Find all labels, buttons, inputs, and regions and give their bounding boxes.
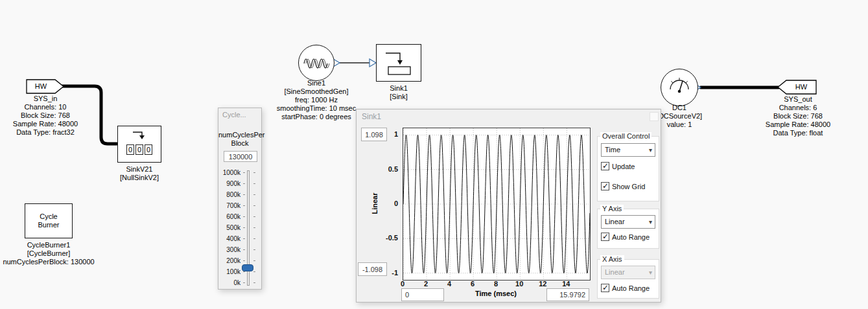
y-axis-title: Linear — [371, 177, 379, 229]
sys-out-caption: SYS_out Channels: 6Block Size: 768Sample… — [759, 95, 837, 137]
x-tick-label: 14 — [562, 280, 570, 288]
slider-tick-mark — [253, 271, 255, 272]
cycle-burner-inner-label: Cycle Burner — [25, 204, 72, 238]
slider-tick-label: 900k — [218, 180, 240, 187]
slider-tick-label: 500k — [218, 224, 240, 231]
x-tick-label: 0 — [401, 280, 405, 288]
slider-tick-mark — [253, 172, 255, 173]
slider-tick-mark — [253, 183, 255, 184]
slider-tick-mark — [243, 238, 245, 239]
slider-tick-label: 300k — [218, 246, 240, 253]
cycle-burner-line2: Burner — [38, 221, 59, 229]
meter-gauge-icon — [666, 74, 693, 101]
caption-line: Block Size: 768 — [6, 111, 84, 120]
x-tick-label: 6 — [471, 280, 475, 288]
slider-tick-mark — [243, 271, 245, 272]
slider-tick-mark — [243, 249, 245, 250]
time-frequency-dropdown[interactable]: Time — [601, 143, 655, 157]
show-grid-checkbox-label: Show Grid — [612, 183, 645, 190]
slider-tick-label: 200k — [218, 257, 240, 264]
sine-wave-icon — [303, 54, 331, 73]
digit-cell: 0 — [145, 144, 152, 155]
block-sine1[interactable] — [298, 45, 334, 81]
sink1-window-title: Sink1 — [357, 109, 661, 124]
caption-line: smoothingTime: 10 msec — [264, 104, 368, 113]
cycle-burner-name: CycleBurner1 — [0, 241, 97, 249]
slider-tick-mark — [243, 205, 245, 206]
block-sink1[interactable] — [376, 44, 421, 82]
show-grid-checkbox[interactable] — [601, 182, 609, 190]
slider-tick-mark — [253, 216, 255, 217]
update-checkbox-row[interactable]: Update — [601, 162, 635, 170]
cycle-burner-info: numCyclesPerBlock: 130000 — [0, 258, 97, 266]
show-grid-checkbox-row[interactable]: Show Grid — [601, 182, 645, 190]
sys-in-name: SYS_in — [6, 95, 84, 103]
sink-arrow-icon — [131, 130, 149, 141]
sine1-name: Sine1 — [264, 79, 368, 87]
sys-out-info: Channels: 6Block Size: 768Sample Rate: 4… — [759, 104, 837, 137]
block-dc1[interactable] — [661, 69, 698, 106]
x-tick-labels: 02468101214 — [403, 280, 589, 288]
slider-tick-mark — [243, 183, 245, 184]
slider-tick-mark — [253, 260, 255, 261]
sink1-window[interactable]: Sink1 1.098 -1.098 Linear 10.50-0.5-1 02… — [356, 109, 661, 303]
digit-cell: 0 — [135, 144, 143, 155]
sink1-caption: Sink1 [Sink] — [360, 84, 438, 101]
overall-control-group-label: Overall Control — [600, 132, 651, 140]
sink-icon — [381, 48, 418, 78]
caption-line: numCyclesPerBlock: 130000 — [0, 258, 97, 266]
slider-tick-mark — [243, 194, 245, 195]
x-axis-scale-dropdown: Linear — [601, 266, 655, 279]
sys-in-info: Channels: 10Block Size: 768Sample Rate: … — [6, 103, 84, 137]
caption-line: freq: 1000 Hz — [264, 96, 368, 104]
x-auto-range-row[interactable]: Auto Range — [601, 284, 650, 292]
caption-line: Sample Rate: 48000 — [759, 120, 837, 129]
caption-line: Block Size: 768 — [759, 112, 837, 120]
null-sink-digits: 000 — [118, 143, 161, 155]
slider-tick-label: 1000k — [218, 169, 240, 176]
sinkv21-name: SinkV21 — [100, 165, 178, 174]
slider-tick-label: 700k — [218, 202, 240, 209]
cycle-burner-line1: Cycle — [40, 212, 58, 221]
sinkv21-caption: SinkV21 [NullSinkV2] — [100, 165, 178, 182]
caption-line: Data Type: fract32 — [6, 128, 84, 137]
block-cycle-burner[interactable]: Cycle Burner — [25, 203, 73, 238]
slider-tick-mark — [253, 205, 255, 206]
y-min-value-box[interactable]: -1.098 — [358, 262, 387, 276]
caption-line: Channels: 10 — [6, 103, 84, 111]
slider-tick-label: 100k — [218, 268, 240, 275]
x-min-value-box[interactable]: 0 — [401, 288, 444, 301]
sys-out-name: SYS_out — [759, 95, 837, 104]
window-close-button[interactable] — [650, 112, 659, 121]
slider-tick-mark — [253, 249, 255, 250]
sys-out-tag-label: HW — [786, 80, 816, 94]
y-max-value-box[interactable]: 1.098 — [361, 128, 387, 141]
x-tick-label: 4 — [447, 280, 451, 288]
cycle-burner-inspector-panel[interactable]: Cycle... numCyclesPer Block 130000 1000k… — [218, 108, 262, 290]
y-tick-label: -0.5 — [386, 234, 398, 242]
sys-in-caption: SYS_in Channels: 10Block Size: 768Sample… — [6, 95, 84, 137]
y-auto-range-row[interactable]: Auto Range — [601, 233, 650, 241]
update-checkbox[interactable] — [601, 162, 609, 170]
inspector-title: Cycle... — [218, 108, 261, 121]
sine1-type: [SineSmoothedGen] — [264, 87, 368, 96]
sink1-input-port[interactable] — [369, 59, 376, 67]
slider-tick-label: 0k — [218, 279, 240, 286]
y-auto-range-checkbox[interactable] — [601, 233, 609, 241]
slider-handle[interactable] — [242, 264, 253, 271]
slider-tick-mark — [243, 172, 245, 173]
y-tick-label: 0.5 — [388, 165, 398, 173]
y-tick-label: -1 — [392, 269, 398, 277]
cycle-burner-type: [CycleBurner] — [0, 249, 97, 258]
x-max-value-box[interactable]: 15.9792 — [546, 288, 589, 301]
x-auto-range-checkbox[interactable] — [601, 284, 609, 292]
x-tick-label: 2 — [424, 280, 428, 288]
slider-tick-mark — [243, 227, 245, 228]
waveform-plot[interactable] — [403, 128, 591, 280]
num-cycles-value-box[interactable]: 130000 — [224, 151, 257, 162]
block-sinkv21[interactable]: 000 — [117, 126, 161, 163]
caption-line: Data Type: float — [759, 129, 837, 137]
y-axis-scale-dropdown[interactable]: Linear — [601, 215, 655, 229]
cycle-burner-caption: CycleBurner1 [CycleBurner] numCyclesPerB… — [0, 241, 97, 266]
param-label-line2: Block — [218, 139, 261, 148]
